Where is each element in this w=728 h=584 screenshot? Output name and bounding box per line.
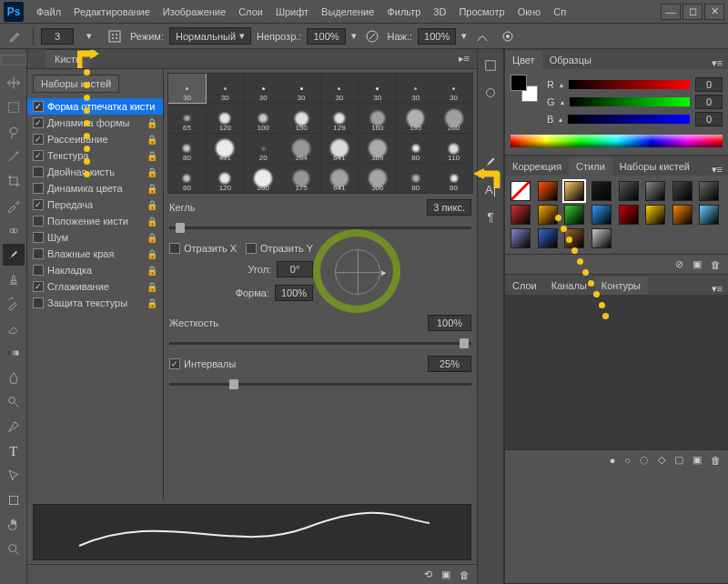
- tab-channels[interactable]: Каналы: [544, 277, 594, 295]
- airbrush-icon[interactable]: [472, 26, 492, 46]
- zoom-tool[interactable]: [3, 539, 25, 560]
- style-swatch[interactable]: [619, 181, 639, 201]
- brush-tip[interactable]: 80: [168, 134, 206, 163]
- style-swatch[interactable]: [672, 181, 693, 201]
- menu-view[interactable]: Просмотр: [453, 3, 510, 21]
- brush-option-check[interactable]: ✓: [33, 101, 44, 112]
- brush-option-1[interactable]: ✓ Динамика формы 🔒: [27, 115, 163, 131]
- brush-tip[interactable]: 200: [245, 164, 282, 193]
- brush-tip[interactable]: 100: [245, 104, 282, 133]
- angle-field[interactable]: 0°: [277, 261, 313, 277]
- brush-tip[interactable]: 80: [168, 164, 206, 193]
- menu-select[interactable]: Выделение: [316, 3, 379, 21]
- menu-type[interactable]: Шрифт: [270, 3, 314, 21]
- flow-field[interactable]: 100%: [418, 28, 456, 45]
- delete-path-icon[interactable]: 🗑: [711, 455, 721, 466]
- lock-icon[interactable]: 🔒: [147, 151, 157, 161]
- hardness-slider[interactable]: [169, 342, 471, 345]
- brush-tip[interactable]: 160: [359, 104, 396, 133]
- brush-option-check[interactable]: ✓: [33, 199, 44, 210]
- brush-tip[interactable]: 389: [359, 134, 396, 163]
- brush-option-check[interactable]: ✓: [33, 150, 44, 161]
- menu-edit[interactable]: Редактирование: [68, 3, 156, 21]
- lock-icon[interactable]: 🔒: [147, 266, 157, 276]
- style-swatch[interactable]: [538, 205, 558, 225]
- brush-option-check[interactable]: ✓: [33, 281, 44, 292]
- new-path-icon[interactable]: ▣: [693, 454, 702, 466]
- color-panel-menu[interactable]: ▾≡: [706, 57, 728, 69]
- brush-tip[interactable]: 20: [245, 134, 282, 163]
- style-swatch[interactable]: [645, 181, 665, 201]
- style-swatch[interactable]: [619, 205, 639, 225]
- brush-option-6[interactable]: ✓ Передача 🔒: [27, 196, 163, 213]
- styles-new-icon[interactable]: ▣: [693, 258, 702, 270]
- brush-tip[interactable]: 80: [397, 134, 434, 163]
- window-close[interactable]: ✕: [704, 4, 724, 20]
- style-swatch[interactable]: [511, 205, 531, 225]
- properties-icon[interactable]: [480, 82, 501, 104]
- paragraph-icon[interactable]: ¶: [480, 206, 501, 227]
- brush-panel-toggle[interactable]: [105, 26, 125, 46]
- brush-tip[interactable]: 30: [283, 74, 320, 103]
- spacing-slider[interactable]: [169, 383, 471, 386]
- pen-tool[interactable]: [3, 416, 25, 438]
- fill-path-icon[interactable]: ●: [610, 455, 616, 466]
- style-swatch[interactable]: [564, 205, 584, 225]
- add-mask-icon[interactable]: ▢: [674, 454, 683, 466]
- brush-option-4[interactable]: Двойная кисть 🔒: [27, 164, 163, 180]
- style-swatch[interactable]: [592, 181, 612, 201]
- current-tool-icon[interactable]: [5, 26, 25, 46]
- lock-icon[interactable]: 🔒: [147, 233, 157, 243]
- tab-presets[interactable]: Наборы кистей: [612, 157, 697, 176]
- eraser-tool[interactable]: [3, 317, 25, 339]
- spacing-field[interactable]: 25%: [428, 356, 471, 372]
- paths-list[interactable]: [505, 295, 728, 449]
- lock-icon[interactable]: 🔒: [147, 135, 157, 145]
- delete-icon[interactable]: 🗑: [460, 569, 470, 580]
- brush-preset-dropdown[interactable]: ▾: [79, 26, 99, 46]
- flip-y-checkbox[interactable]: Отразить Y: [246, 243, 313, 254]
- blur-tool[interactable]: [3, 367, 25, 388]
- brush-tip[interactable]: 30: [359, 74, 396, 103]
- unlock-icon[interactable]: ⟲: [424, 569, 432, 580]
- spacing-checkbox[interactable]: ✓Интервалы: [169, 358, 422, 369]
- heal-tool[interactable]: [3, 219, 25, 241]
- dodge-tool[interactable]: [3, 391, 25, 413]
- style-swatch[interactable]: [538, 228, 558, 248]
- menu-image[interactable]: Изображение: [157, 3, 231, 21]
- brush-tip[interactable]: 150: [283, 104, 320, 133]
- brush-tip[interactable]: 30: [397, 74, 434, 103]
- lock-icon[interactable]: 🔒: [147, 298, 157, 308]
- tab-brush[interactable]: Кисть: [46, 49, 90, 68]
- path-to-selection-icon[interactable]: ◌: [640, 454, 649, 466]
- brush-size-field[interactable]: 3: [41, 28, 74, 45]
- new-brush-icon[interactable]: ▣: [441, 569, 450, 580]
- stroke-path-icon[interactable]: ○: [624, 455, 631, 466]
- brush-option-check[interactable]: [33, 248, 44, 259]
- tab-color[interactable]: Цвет: [505, 51, 542, 69]
- style-swatch[interactable]: [645, 205, 665, 225]
- brush-tip[interactable]: 80: [435, 164, 472, 193]
- styles-clear-icon[interactable]: ⊘: [675, 258, 683, 270]
- toolbox-toggle[interactable]: [1, 55, 26, 65]
- style-swatch[interactable]: [592, 205, 612, 225]
- brush-option-check[interactable]: ✓: [33, 117, 44, 128]
- menu-3d[interactable]: 3D: [428, 3, 451, 21]
- color-swatch-pair[interactable]: [511, 75, 538, 102]
- history-brush-tool[interactable]: [3, 293, 25, 315]
- tab-swatches[interactable]: Образцы: [542, 51, 599, 69]
- brush-option-12[interactable]: Защита текстуры 🔒: [27, 295, 163, 311]
- lock-icon[interactable]: 🔒: [147, 118, 157, 128]
- menu-help[interactable]: Сп: [548, 3, 571, 21]
- style-swatch[interactable]: [699, 181, 719, 201]
- layers-panel-menu[interactable]: ▾≡: [706, 283, 728, 295]
- opacity-pressure-icon[interactable]: [362, 26, 382, 46]
- brushes-icon[interactable]: [480, 151, 501, 173]
- window-minimize[interactable]: —: [661, 4, 681, 20]
- lock-icon[interactable]: 🔒: [147, 167, 157, 177]
- shape-tool[interactable]: [3, 489, 25, 511]
- lock-icon[interactable]: 🔒: [147, 249, 157, 259]
- r-value[interactable]: 0: [695, 77, 723, 92]
- brush-option-8[interactable]: Шум 🔒: [27, 229, 163, 246]
- path-select-tool[interactable]: [3, 465, 25, 487]
